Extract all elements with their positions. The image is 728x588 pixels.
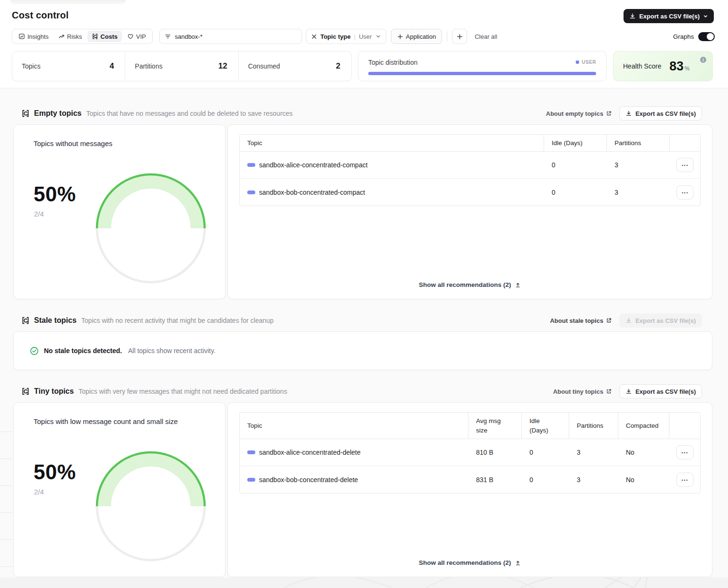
tiny-topics-actions: About tiny topics Export as CSV file(s) (553, 384, 702, 398)
toggle-knob (707, 33, 714, 40)
stat-consumed: Consumed 2 (239, 52, 351, 81)
row-actions-button[interactable]: ... (676, 445, 693, 459)
add-filter-button[interactable] (452, 29, 467, 44)
column-header-partitions: Partitions (569, 413, 618, 439)
about-stale-topics-link[interactable]: About stale topics (550, 317, 612, 324)
stat-topics-label: Topics (22, 62, 41, 70)
tab-vip[interactable]: VIP (123, 31, 150, 42)
health-score-value: 83 (669, 59, 684, 74)
topic-search-field[interactable] (159, 29, 302, 44)
tiny-topics-header: Tiny topics Topics with very few message… (21, 384, 702, 398)
download-icon (625, 317, 632, 324)
topic-distribution-card: Topic distribution USER (358, 51, 607, 81)
application-label: Application (406, 33, 436, 40)
column-header-topic: Topic (240, 413, 468, 439)
table-row[interactable]: sandbox-alice-concentrated-compact 0 3 .… (240, 152, 700, 179)
empty-topics-chart-card: Topics without messages 50% 2/4 (13, 124, 225, 299)
empty-topics-export-label: Export as CSV file(s) (635, 110, 696, 117)
distribution-legend: USER (576, 60, 596, 65)
topic-name[interactable]: sandbox-bob-concentrated-delete (259, 476, 358, 484)
tab-risks[interactable]: Risks (54, 31, 87, 42)
stat-consumed-label: Consumed (248, 62, 280, 70)
clear-all-link[interactable]: Clear all (475, 33, 497, 40)
info-icon[interactable]: i (700, 57, 706, 63)
distribution-bar (368, 72, 596, 75)
background-row-line (0, 512, 13, 513)
chart-title: Topics without messages (34, 139, 113, 147)
filter-lines-icon (165, 33, 171, 40)
topic-icon (247, 190, 255, 194)
about-empty-topics-link[interactable]: About empty topics (546, 110, 612, 117)
chevron-down-icon (375, 34, 381, 39)
check-circle-icon (30, 346, 39, 355)
table-row[interactable]: sandbox-alice-concentrated-delete 810 B … (240, 439, 700, 466)
stat-partitions: Partitions 12 (125, 52, 238, 81)
topic-type-filter-chip[interactable]: Topic type | User (306, 29, 386, 44)
graphs-toggle[interactable] (698, 32, 715, 41)
insights-icon (18, 33, 25, 40)
table-row[interactable]: sandbox-bob-concentrated-delete 831 B 0 … (240, 466, 700, 493)
stale-topics-export-label: Export as CSV file(s) (635, 317, 696, 324)
chart-fraction: 2/4 (34, 488, 44, 496)
stat-partitions-value: 12 (218, 61, 227, 71)
trend-up-icon (58, 33, 65, 40)
page-title: Cost control (12, 10, 69, 21)
about-tiny-topics-label: About tiny topics (553, 388, 603, 395)
stats-row: Topics 4 Partitions 12 Consumed 2 Topic … (12, 51, 713, 81)
export-csv-button[interactable]: Export as CSV file(s) (624, 9, 714, 23)
tiny-topics-subtitle: Topics with very few messages that might… (78, 388, 287, 395)
download-icon (629, 13, 636, 19)
tab-costs[interactable]: Costs (87, 31, 122, 42)
external-link-icon (606, 111, 612, 116)
column-header-partitions: Partitions (607, 135, 670, 151)
health-score-value-group: 83 % (669, 59, 690, 74)
stat-partitions-label: Partitions (135, 62, 162, 70)
topic-name[interactable]: sandbox-alice-concentrated-compact (259, 161, 368, 169)
health-score-card: Health Score 83 % i (613, 51, 713, 81)
topic-icon (247, 478, 255, 482)
decorative-curves (0, 578, 728, 588)
column-header-idle: Idle (Days) (544, 135, 607, 151)
tiny-topics-table-card: Topic Avg msg size Idle (Days) Partition… (227, 402, 712, 577)
tab-vip-label: VIP (136, 33, 146, 40)
stale-topics-export-button[interactable]: Export as CSV file(s) (619, 313, 702, 328)
column-header-idle: Idle (Days) (522, 413, 569, 439)
table-row[interactable]: sandbox-bob-concentrated-compact 0 3 ... (240, 179, 700, 206)
show-all-recommendations-link[interactable]: Show all recommendations (2) (228, 559, 712, 566)
chart-fraction: 2/4 (34, 210, 44, 218)
tab-insights-label: Insights (27, 33, 49, 40)
costs-icon (92, 33, 98, 40)
show-all-recommendations-link[interactable]: Show all recommendations (2) (228, 281, 712, 288)
bottom-background (0, 578, 728, 588)
topic-cycle-icon (21, 387, 30, 396)
topic-name[interactable]: sandbox-bob-concentrated-compact (259, 189, 365, 196)
search-input[interactable] (175, 33, 297, 40)
column-header-compacted: Compacted (618, 413, 669, 439)
compacted-value: No (618, 466, 669, 493)
empty-topics-table-card: Topic Idle (Days) Partitions sandbox-ali… (227, 124, 712, 299)
about-tiny-topics-link[interactable]: About tiny topics (553, 388, 612, 395)
divider (447, 31, 447, 42)
graphs-toggle-group: Graphs (673, 32, 715, 41)
compacted-value: No (618, 439, 669, 466)
row-actions-button[interactable]: ... (676, 158, 693, 172)
tab-insights[interactable]: Insights (14, 31, 53, 42)
empty-topics-export-button[interactable]: Export as CSV file(s) (619, 106, 702, 121)
topic-name[interactable]: sandbox-alice-concentrated-delete (259, 449, 361, 456)
external-link-icon (606, 318, 612, 323)
tiny-topics-table: Topic Avg msg size Idle (Days) Partition… (239, 412, 701, 493)
empty-topics-title: Empty topics (34, 109, 81, 118)
row-actions-button[interactable]: ... (676, 185, 693, 199)
tiny-topics-export-button[interactable]: Export as CSV file(s) (619, 384, 702, 398)
table-header-row: Topic Idle (Days) Partitions (240, 135, 700, 152)
row-actions-button[interactable]: ... (676, 473, 693, 487)
idle-days-value: 0 (544, 152, 607, 178)
graphs-label: Graphs (673, 33, 694, 40)
view-tabs: Insights Risks Costs (12, 29, 153, 44)
add-application-filter-button[interactable]: Application (391, 29, 442, 44)
legend-swatch (576, 61, 579, 64)
chart-percent: 50% (34, 460, 76, 484)
health-score-unit: % (685, 65, 690, 72)
close-icon[interactable] (311, 34, 317, 40)
legend-label: USER (582, 60, 596, 65)
